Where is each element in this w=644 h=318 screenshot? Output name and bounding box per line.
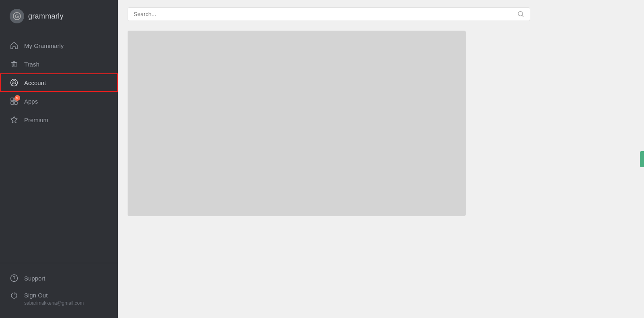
question-icon bbox=[10, 274, 19, 283]
logo-label: grammarly bbox=[28, 12, 64, 21]
sidebar-item-label: Apps bbox=[24, 98, 38, 105]
sidebar-item-premium[interactable]: Premium bbox=[0, 110, 118, 129]
sidebar-item-account[interactable]: Account bbox=[0, 73, 118, 92]
logo[interactable]: G grammarly bbox=[0, 0, 118, 32]
sidebar-item-label: My Grammarly bbox=[24, 42, 64, 49]
sidebar: G grammarly My Grammarly bbox=[0, 0, 118, 318]
search-container bbox=[118, 0, 644, 27]
svg-point-10 bbox=[14, 280, 14, 281]
svg-rect-5 bbox=[11, 98, 14, 101]
content-placeholder bbox=[128, 31, 466, 216]
support-label: Support bbox=[24, 275, 45, 282]
star-icon bbox=[10, 115, 19, 124]
svg-point-4 bbox=[13, 81, 15, 83]
sidebar-item-support[interactable]: Support bbox=[0, 270, 118, 287]
sign-out-label: Sign Out bbox=[24, 292, 47, 299]
apps-icon: 9 bbox=[10, 97, 19, 106]
sidebar-item-label: Premium bbox=[24, 116, 48, 123]
svg-rect-8 bbox=[14, 102, 17, 104]
sidebar-item-my-grammarly[interactable]: My Grammarly bbox=[0, 36, 118, 55]
user-email: sabarimakkena@gmail.com bbox=[10, 300, 108, 306]
home-icon bbox=[10, 41, 19, 50]
right-edge-tab[interactable] bbox=[640, 151, 644, 167]
logo-icon: G bbox=[10, 9, 24, 23]
sidebar-nav: My Grammarly Trash bbox=[0, 32, 118, 263]
svg-rect-7 bbox=[11, 102, 14, 104]
main-content bbox=[118, 0, 644, 318]
trash-icon bbox=[10, 60, 19, 69]
search-input[interactable] bbox=[134, 11, 515, 17]
apps-badge: 9 bbox=[14, 95, 20, 101]
content-area bbox=[118, 27, 644, 318]
sidebar-item-trash[interactable]: Trash bbox=[0, 55, 118, 73]
sidebar-bottom: Support Sign Out sabarimakkena@gmail.com bbox=[0, 263, 118, 318]
sidebar-item-apps[interactable]: 9 Apps bbox=[0, 92, 118, 110]
account-icon bbox=[10, 78, 19, 87]
sidebar-item-sign-out[interactable]: Sign Out sabarimakkena@gmail.com bbox=[0, 287, 118, 310]
svg-text:G: G bbox=[15, 13, 19, 19]
svg-rect-2 bbox=[12, 62, 16, 67]
sidebar-item-label: Account bbox=[24, 79, 46, 86]
power-icon bbox=[10, 291, 19, 299]
sidebar-item-label: Trash bbox=[24, 61, 39, 68]
search-icon bbox=[518, 11, 524, 17]
search-bar[interactable] bbox=[128, 7, 530, 21]
